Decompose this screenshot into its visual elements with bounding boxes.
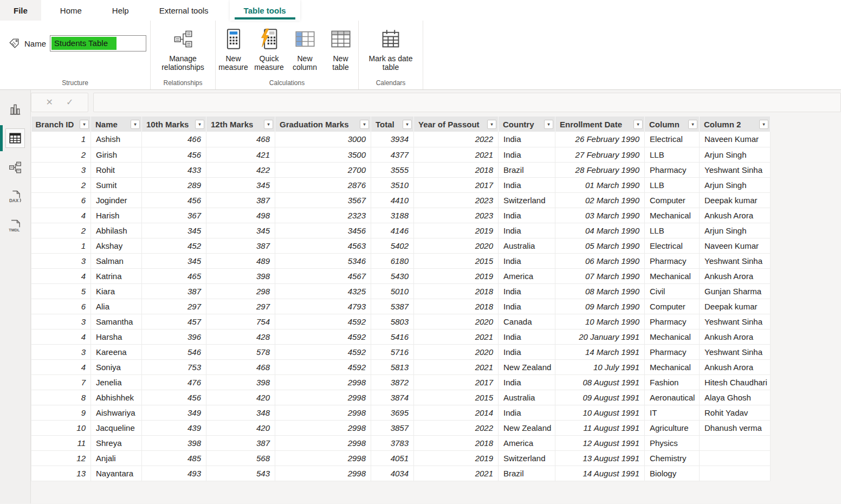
cell[interactable]: 298 xyxy=(206,283,275,299)
cell[interactable]: Ashish xyxy=(91,132,142,147)
cell[interactable]: 3456 xyxy=(275,223,371,238)
cell[interactable]: America xyxy=(499,268,555,283)
cell[interactable]: Aishwariya xyxy=(91,405,142,420)
cell[interactable]: 456 xyxy=(142,147,206,162)
cell[interactable]: Switzerland xyxy=(499,192,555,208)
cell[interactable]: 2020 xyxy=(414,314,499,329)
cell[interactable]: 422 xyxy=(206,162,275,177)
cell[interactable]: 543 xyxy=(206,466,275,481)
cell[interactable]: Agriculture xyxy=(645,420,700,435)
cell[interactable]: 4 xyxy=(31,359,91,374)
cell[interactable]: 12 xyxy=(31,450,91,466)
cell[interactable]: 4592 xyxy=(275,329,371,344)
cell[interactable]: 4034 xyxy=(371,466,414,481)
cell[interactable]: 348 xyxy=(206,405,275,420)
cell[interactable]: Akshay xyxy=(91,238,142,253)
cell[interactable]: 07 March 1990 xyxy=(555,268,645,283)
cell[interactable]: 10 August 1991 xyxy=(555,405,645,420)
cell[interactable]: 4592 xyxy=(275,314,371,329)
cell[interactable]: 3 xyxy=(31,314,91,329)
cell[interactable]: 2 xyxy=(31,223,91,238)
cell[interactable]: 14 March 1991 xyxy=(555,344,645,359)
cell[interactable]: 4793 xyxy=(275,299,371,314)
cell[interactable]: 2998 xyxy=(275,435,371,450)
cell[interactable]: 433 xyxy=(142,162,206,177)
cell[interactable]: 2017 xyxy=(414,177,499,192)
cell[interactable]: 09 March 1990 xyxy=(555,299,645,314)
cell[interactable]: Ankush Arora xyxy=(700,208,771,223)
cell[interactable]: Gunjan Sharma xyxy=(700,283,771,299)
cell[interactable]: Yeshwant Sinha xyxy=(700,253,771,268)
cell[interactable]: Mechanical xyxy=(645,329,700,344)
accept-formula-icon[interactable]: ✓ xyxy=(66,98,73,107)
cell[interactable]: 2 xyxy=(31,147,91,162)
cell[interactable]: 498 xyxy=(206,208,275,223)
cell[interactable]: 3783 xyxy=(371,435,414,450)
cell[interactable] xyxy=(700,450,771,466)
cell[interactable]: Harsha xyxy=(91,329,142,344)
cancel-formula-icon[interactable]: ✕ xyxy=(46,98,53,107)
cell[interactable]: Biology xyxy=(645,466,700,481)
cell[interactable]: 4051 xyxy=(371,450,414,466)
cell[interactable]: Alaya Ghosh xyxy=(700,390,771,405)
cell[interactable]: 345 xyxy=(206,223,275,238)
cell[interactable]: 5010 xyxy=(371,283,414,299)
cell[interactable]: Abhilash xyxy=(91,223,142,238)
cell[interactable]: 2022 xyxy=(414,420,499,435)
cell[interactable]: 2021 xyxy=(414,466,499,481)
cell[interactable]: 387 xyxy=(206,238,275,253)
cell[interactable]: India xyxy=(499,177,555,192)
cell[interactable]: 452 xyxy=(142,238,206,253)
cell[interactable]: 367 xyxy=(142,208,206,223)
cell[interactable]: 387 xyxy=(206,435,275,450)
cell[interactable]: 5803 xyxy=(371,314,414,329)
cell[interactable]: 349 xyxy=(142,405,206,420)
cell[interactable]: 20 January 1991 xyxy=(555,329,645,344)
cell[interactable]: Anjali xyxy=(91,450,142,466)
cell[interactable]: Samantha xyxy=(91,314,142,329)
cell[interactable]: India xyxy=(499,132,555,147)
cell[interactable]: Australia xyxy=(499,390,555,405)
cell[interactable]: 4325 xyxy=(275,283,371,299)
cell[interactable]: LLB xyxy=(645,177,700,192)
cell[interactable]: Deepak kumar xyxy=(700,192,771,208)
cell[interactable]: 28 February 1990 xyxy=(555,162,645,177)
cell[interactable]: 2021 xyxy=(414,147,499,162)
cell[interactable]: 2018 xyxy=(414,283,499,299)
column-header-column-2[interactable]: Column 2▾ xyxy=(700,117,771,132)
filter-dropdown-icon[interactable]: ▾ xyxy=(80,120,89,129)
cell[interactable]: Computer xyxy=(645,299,700,314)
cell[interactable]: Ankush Arora xyxy=(700,268,771,283)
cell[interactable]: India xyxy=(499,253,555,268)
cell[interactable]: 468 xyxy=(206,359,275,374)
cell[interactable]: Ankush Arora xyxy=(700,329,771,344)
cell[interactable]: 2020 xyxy=(414,344,499,359)
menu-home[interactable]: Home xyxy=(49,0,93,21)
cell[interactable]: 4377 xyxy=(371,147,414,162)
filter-dropdown-icon[interactable]: ▾ xyxy=(131,120,140,129)
cell[interactable]: 2 xyxy=(31,177,91,192)
cell[interactable]: 4 xyxy=(31,329,91,344)
cell[interactable]: Physics xyxy=(645,435,700,450)
cell[interactable]: 01 March 1990 xyxy=(555,177,645,192)
cell[interactable]: 10 xyxy=(31,420,91,435)
nav-table-view[interactable] xyxy=(0,124,30,153)
cell[interactable]: Mechanical xyxy=(645,268,700,283)
cell[interactable]: Australia xyxy=(499,238,555,253)
cell[interactable]: Electrical xyxy=(645,238,700,253)
cell[interactable]: India xyxy=(499,147,555,162)
table-name-input[interactable]: Students Table xyxy=(50,35,146,51)
cell[interactable]: 3 xyxy=(31,253,91,268)
cell[interactable]: 27 February 1990 xyxy=(555,147,645,162)
cell[interactable]: Sumit xyxy=(91,177,142,192)
cell[interactable]: 4567 xyxy=(275,268,371,283)
cell[interactable]: Pharmacy xyxy=(645,344,700,359)
column-header-year-of-passout[interactable]: Year of Passout▾ xyxy=(414,117,499,132)
cell[interactable]: Computer xyxy=(645,192,700,208)
cell[interactable]: 4146 xyxy=(371,223,414,238)
cell[interactable]: 2019 xyxy=(414,268,499,283)
cell[interactable]: Harish xyxy=(91,208,142,223)
cell[interactable]: Chemistry xyxy=(645,450,700,466)
filter-dropdown-icon[interactable]: ▾ xyxy=(759,120,768,129)
cell[interactable]: Arjun Singh xyxy=(700,177,771,192)
